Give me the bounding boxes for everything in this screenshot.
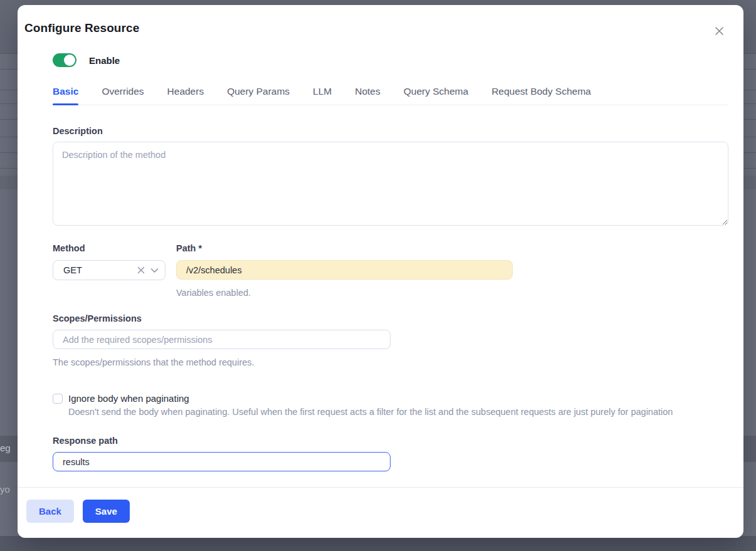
- method-selected-value: GET: [63, 265, 137, 275]
- tab-llm[interactable]: LLM: [313, 82, 332, 105]
- tab-query-params[interactable]: Query Params: [227, 82, 290, 105]
- tab-headers[interactable]: Headers: [167, 82, 204, 105]
- tab-query-schema[interactable]: Query Schema: [404, 82, 468, 105]
- ignore-body-helper-text: Doesn't send the body when paginating. U…: [68, 407, 695, 417]
- tab-bar: Basic Overrides Headers Query Params LLM…: [53, 82, 728, 105]
- clear-icon[interactable]: [137, 266, 145, 274]
- backdrop-text-fragment: yo: [0, 484, 10, 495]
- path-helper-text: Variables enabled.: [176, 288, 513, 298]
- dialog-title: Configure Resource: [24, 21, 725, 35]
- description-textarea[interactable]: [53, 142, 728, 226]
- configure-resource-dialog: Configure Resource Enable Basic Override…: [18, 5, 743, 538]
- method-path-row: Method GET Path * Variables enabled.: [53, 243, 728, 298]
- scopes-label: Scopes/Permissions: [53, 313, 728, 323]
- dialog-header: Configure Resource: [18, 5, 743, 44]
- enable-toggle[interactable]: [53, 53, 76, 67]
- response-path-label: Response path: [53, 436, 728, 446]
- enable-label: Enable: [89, 55, 120, 66]
- dialog-body: Enable Basic Overrides Headers Query Par…: [18, 44, 743, 474]
- method-field: Method GET: [53, 243, 165, 298]
- close-button[interactable]: [712, 24, 726, 38]
- save-button[interactable]: Save: [83, 500, 130, 523]
- chevron-down-icon[interactable]: [150, 268, 159, 273]
- response-path-input[interactable]: [53, 452, 391, 471]
- dialog-footer: Back Save: [18, 487, 743, 538]
- toggle-knob: [64, 55, 75, 66]
- tab-basic[interactable]: Basic: [53, 82, 78, 105]
- tab-overrides[interactable]: Overrides: [102, 82, 144, 105]
- ignore-body-checkbox[interactable]: [53, 394, 63, 404]
- description-label: Description: [53, 126, 728, 136]
- method-select[interactable]: GET: [53, 260, 165, 280]
- path-field: Path * Variables enabled.: [176, 243, 513, 298]
- path-input[interactable]: [176, 260, 513, 280]
- tab-request-body-schema[interactable]: Request Body Schema: [491, 82, 591, 105]
- close-icon: [715, 26, 724, 36]
- ignore-body-label: Ignore body when paginating: [68, 393, 189, 404]
- enable-row: Enable: [53, 53, 728, 68]
- backdrop-band: [0, 536, 756, 551]
- scopes-helper-text: The scopes/permissions that the method r…: [53, 357, 728, 367]
- back-button[interactable]: Back: [26, 500, 74, 523]
- method-label: Method: [53, 243, 165, 253]
- path-label: Path *: [176, 243, 513, 253]
- ignore-body-row: Ignore body when paginating: [53, 393, 728, 404]
- scopes-input[interactable]: [53, 330, 391, 349]
- tab-notes[interactable]: Notes: [355, 82, 381, 105]
